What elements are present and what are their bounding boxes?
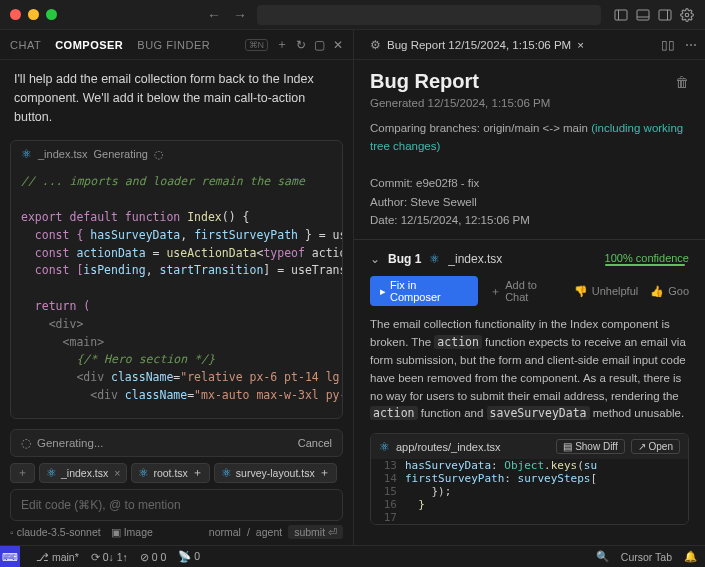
close-tab-icon[interactable]: ×: [577, 39, 584, 51]
react-icon: ⚛: [379, 440, 390, 454]
file-chip[interactable]: ⚛survey-layout.tsx＋: [214, 463, 337, 483]
more-icon[interactable]: ⋯: [685, 38, 697, 52]
trash-icon[interactable]: 🗑: [675, 74, 689, 90]
add-chip-icon[interactable]: ＋: [192, 466, 203, 480]
left-tabs: CHAT COMPOSER BUG FINDER ⌘N ＋ ↻ ▢ ✕: [0, 30, 353, 60]
nav-forward-icon[interactable]: →: [233, 7, 247, 23]
svg-point-6: [685, 13, 689, 17]
shortcut-badge: ⌘N: [245, 39, 269, 51]
tab-bug-finder[interactable]: BUG FINDER: [137, 39, 210, 51]
git-branch[interactable]: ⎇ main*: [36, 551, 79, 563]
maximize-window-button[interactable]: [46, 9, 57, 20]
add-context-button[interactable]: ＋: [10, 463, 35, 483]
svg-rect-4: [659, 10, 671, 20]
chevron-down-icon[interactable]: ⌄: [370, 252, 380, 266]
unhelpful-button[interactable]: 👎 Unhelpful: [574, 285, 638, 298]
image-button[interactable]: ▣ Image: [111, 526, 153, 538]
show-diff-button[interactable]: ▤ Show Diff: [556, 439, 624, 454]
remote-indicator[interactable]: ⌨: [0, 546, 20, 568]
diff-body[interactable]: 13hasSurveyData: Object.keys(su 14firstS…: [371, 459, 688, 524]
add-to-chat-button[interactable]: ＋ Add to Chat: [490, 279, 562, 303]
problems[interactable]: ⊘ 0 0: [140, 551, 167, 563]
react-icon: ⚛: [429, 252, 440, 266]
window-titlebar: ← →: [0, 0, 705, 30]
code-status-label: Generating: [94, 148, 148, 160]
generated-timestamp: Generated 12/15/2024, 1:15:06 PM: [370, 97, 689, 109]
settings-gear-icon[interactable]: [679, 7, 695, 23]
diff-card: ⚛ app/routes/_index.tsx ▤ Show Diff ↗ Op…: [370, 433, 689, 525]
status-bar: ⌨ ⎇ main* ⟳ 0↓ 1↑ ⊘ 0 0 📡 0 🔍 Cursor Tab…: [0, 545, 705, 567]
mode-agent[interactable]: agent: [256, 526, 282, 538]
panel-left-icon[interactable]: [613, 7, 629, 23]
spinner-icon: ◌: [21, 436, 31, 450]
ports[interactable]: 📡 0: [178, 550, 200, 563]
bug-description: The email collection functionality in th…: [370, 316, 689, 423]
cancel-button[interactable]: Cancel: [298, 437, 332, 449]
code-card: ⚛ _index.tsx Generating ◌ // ... imports…: [10, 140, 343, 419]
command-search-input[interactable]: [257, 5, 601, 25]
history-icon[interactable]: ↻: [296, 38, 306, 52]
svg-rect-0: [615, 10, 627, 20]
plus-icon[interactable]: ＋: [276, 36, 288, 53]
remove-chip-icon[interactable]: ×: [114, 467, 120, 479]
spinner-icon: ◌: [154, 148, 164, 161]
traffic-lights: [10, 9, 57, 20]
diff-file-path: app/routes/_index.tsx: [396, 441, 501, 453]
add-chip-icon[interactable]: ＋: [319, 466, 330, 480]
generating-label: Generating...: [37, 437, 103, 449]
mode-normal[interactable]: normal: [209, 526, 241, 538]
code-body[interactable]: // ... imports and loader remain the sam…: [11, 167, 342, 411]
model-selector[interactable]: ◦ claude-3.5-sonnet: [10, 526, 101, 538]
panel-icon[interactable]: ▢: [314, 38, 325, 52]
close-window-button[interactable]: [10, 9, 21, 20]
composer-pane: CHAT COMPOSER BUG FINDER ⌘N ＋ ↻ ▢ ✕ I'll…: [0, 30, 354, 545]
panel-right-icon[interactable]: [657, 7, 673, 23]
file-chip[interactable]: ⚛_index.tsx×: [39, 463, 127, 483]
compare-label: Comparing branches: origin/main <-> main: [370, 122, 588, 134]
tab-chat[interactable]: CHAT: [10, 39, 41, 51]
bell-icon[interactable]: 🔔: [684, 550, 697, 563]
panel-bottom-icon[interactable]: [635, 7, 651, 23]
bug-report-tab[interactable]: ⚙ Bug Report 12/15/2024, 1:15:06 PM ×: [362, 34, 592, 56]
gear-icon: ⚙: [370, 38, 381, 52]
date-line: Date: 12/15/2024, 12:15:06 PM: [370, 211, 689, 229]
context-chips: ＋ ⚛_index.tsx× ⚛root.tsx＋ ⚛survey-layout…: [10, 463, 343, 483]
bug-file: _index.tsx: [448, 252, 502, 266]
svg-rect-2: [637, 10, 649, 20]
open-file-button[interactable]: ↗ Open: [631, 439, 680, 454]
tab-title: Bug Report 12/15/2024, 1:15:06 PM: [387, 39, 571, 51]
right-tabs: ⚙ Bug Report 12/15/2024, 1:15:06 PM × ▯▯…: [354, 30, 705, 60]
react-icon: ⚛: [21, 147, 32, 161]
confidence-badge: 100% confidence: [605, 252, 689, 266]
close-icon[interactable]: ✕: [333, 38, 343, 52]
bug-header[interactable]: ⌄ Bug 1 ⚛ _index.tsx 100% confidence: [370, 250, 689, 268]
fix-in-composer-button[interactable]: ▸ Fix in Composer: [370, 276, 478, 306]
bug-label: Bug 1: [388, 252, 421, 266]
good-button[interactable]: 👍 Goo: [650, 285, 689, 298]
split-editor-icon[interactable]: ▯▯: [661, 38, 675, 52]
cursor-tab-button[interactable]: Cursor Tab: [621, 551, 672, 563]
commit-line: Commit: e9e02f8 - fix: [370, 174, 689, 192]
assistant-message: I'll help add the email collection form …: [0, 60, 353, 136]
page-title: Bug Report: [370, 70, 479, 93]
git-sync[interactable]: ⟳ 0↓ 1↑: [91, 551, 128, 563]
composer-input[interactable]: Edit code (⌘K), @ to mention: [10, 489, 343, 521]
code-file-name: _index.tsx: [38, 148, 88, 160]
tab-composer[interactable]: COMPOSER: [55, 39, 123, 51]
nav-back-icon[interactable]: ←: [207, 7, 221, 23]
bug-report-pane: ⚙ Bug Report 12/15/2024, 1:15:06 PM × ▯▯…: [354, 30, 705, 545]
generating-bar: ◌ Generating... Cancel: [10, 429, 343, 457]
author-line: Author: Steve Sewell: [370, 193, 689, 211]
search-icon[interactable]: 🔍: [596, 550, 609, 563]
submit-button[interactable]: submit ⏎: [288, 525, 343, 539]
minimize-window-button[interactable]: [28, 9, 39, 20]
file-chip[interactable]: ⚛root.tsx＋: [131, 463, 209, 483]
